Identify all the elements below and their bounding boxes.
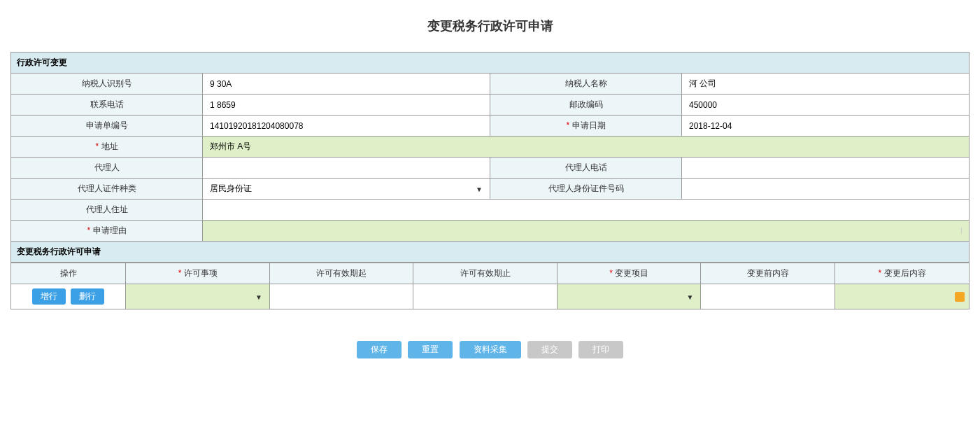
grid-table: 操作 许可事项 许可有效期起 许可有效期止 变更项目 变更前内容 变更后内容 增… (10, 263, 970, 309)
label-address: 地址 (11, 137, 203, 158)
label-phone: 联系电话 (11, 95, 203, 116)
label-taxpayer-id: 纳税人识别号 (11, 74, 203, 95)
reset-button[interactable]: 重置 (408, 341, 453, 358)
col-change-item: 变更项目 (557, 263, 701, 284)
cell-after[interactable] (835, 284, 970, 309)
grid-header-row: 操作 许可事项 许可有效期起 许可有效期止 变更项目 变更前内容 变更后内容 (11, 263, 970, 284)
add-row-button[interactable]: 增行 (32, 288, 66, 305)
page-title: 变更税务行政许可申请 (10, 7, 970, 52)
print-button: 打印 (578, 341, 623, 358)
cell-op: 增行 删行 (11, 284, 126, 309)
value-taxpayer-name: 河 公司 (682, 74, 970, 95)
value-address[interactable]: 郑州市 A号 (203, 137, 970, 158)
label-app-date: 申请日期 (490, 116, 682, 137)
col-valid-from: 许可有效期起 (269, 263, 413, 284)
cell-change-item[interactable] (557, 284, 701, 309)
value-taxpayer-id: 9 30A (203, 74, 490, 95)
label-agent-phone: 代理人电话 (490, 158, 682, 179)
value-agent[interactable] (203, 158, 490, 179)
label-agent-id-no: 代理人身份证件号码 (490, 179, 682, 200)
value-postcode: 450000 (682, 95, 970, 116)
section2-header: 变更税务行政许可申请 (11, 242, 970, 263)
cell-license-item[interactable] (126, 284, 270, 309)
cell-valid-to[interactable] (413, 284, 558, 309)
value-agent-id-type[interactable]: 居民身份证 (203, 179, 490, 200)
col-valid-to: 许可有效期止 (413, 263, 558, 284)
collect-button[interactable]: 资料采集 (460, 341, 521, 358)
value-agent-addr[interactable] (203, 200, 970, 221)
value-agent-phone[interactable] (682, 158, 970, 179)
detail-icon[interactable] (955, 292, 965, 302)
label-taxpayer-name: 纳税人名称 (490, 74, 682, 95)
col-license-item: 许可事项 (126, 263, 270, 284)
label-agent-id-type: 代理人证件种类 (11, 179, 203, 200)
action-bar: 保存 重置 资料采集 提交 打印 (10, 341, 970, 358)
save-button[interactable]: 保存 (357, 341, 402, 358)
form-table-main: 行政许可变更 纳税人识别号 9 30A 纳税人名称 河 公司 联系电话 1 86… (10, 52, 970, 263)
value-app-no: 14101920181204080078 (203, 116, 490, 137)
label-postcode: 邮政编码 (490, 95, 682, 116)
submit-button: 提交 (527, 341, 572, 358)
del-row-button[interactable]: 删行 (71, 288, 104, 305)
label-reason: 申请理由 (11, 221, 203, 242)
section1-header: 行政许可变更 (11, 53, 970, 74)
value-agent-id-no[interactable] (682, 179, 970, 200)
label-agent-addr: 代理人住址 (11, 200, 203, 221)
value-reason[interactable] (203, 221, 970, 242)
grid-data-row: 增行 删行 (11, 284, 970, 309)
cell-valid-from[interactable] (269, 284, 413, 309)
value-phone: 1 8659 (203, 95, 490, 116)
label-agent: 代理人 (11, 158, 203, 179)
cell-before[interactable] (701, 284, 835, 309)
col-before: 变更前内容 (701, 263, 835, 284)
value-app-date: 2018-12-04 (682, 116, 970, 137)
label-app-no: 申请单编号 (11, 116, 203, 137)
col-after: 变更后内容 (835, 263, 970, 284)
col-op: 操作 (11, 263, 126, 284)
